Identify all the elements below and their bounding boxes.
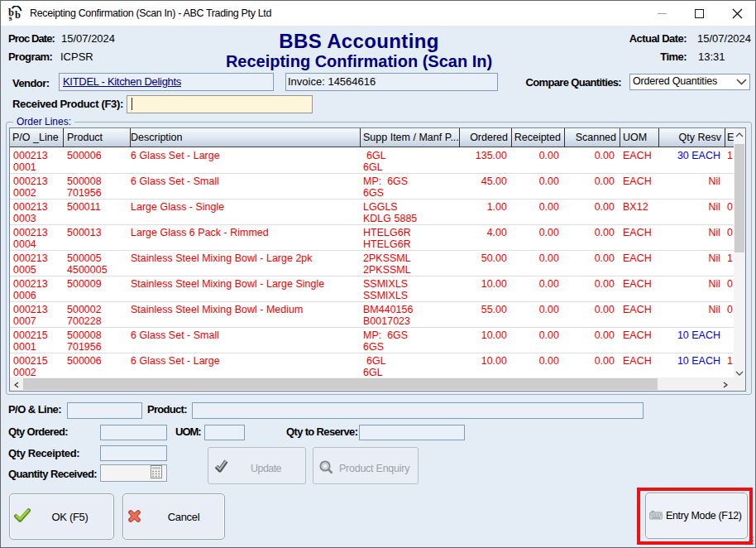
svg-text:s: s — [9, 13, 12, 22]
svg-text:b: b — [15, 9, 21, 21]
